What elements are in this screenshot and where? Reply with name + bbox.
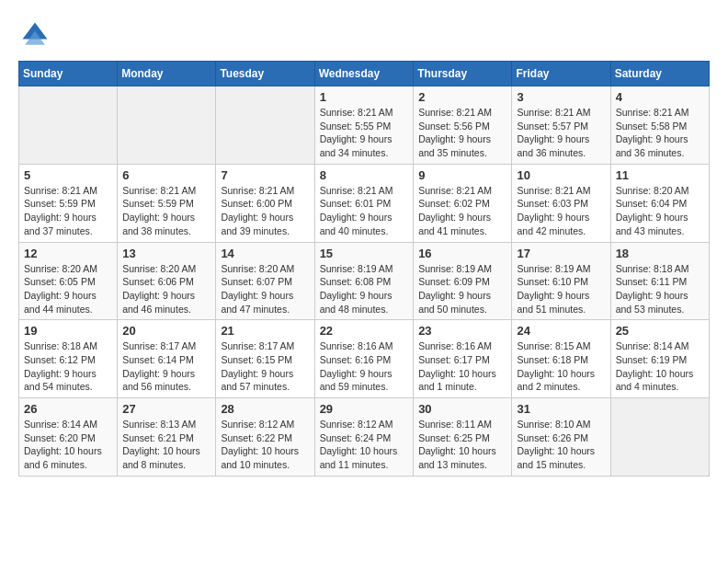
calendar-cell: 13Sunrise: 8:20 AM Sunset: 6:06 PM Dayli… [118, 242, 216, 320]
day-info: Sunrise: 8:21 AM Sunset: 6:02 PM Dayligh… [418, 184, 506, 238]
day-number: 25 [616, 324, 704, 338]
calendar-body: 1Sunrise: 8:21 AM Sunset: 5:55 PM Daylig… [19, 86, 710, 477]
calendar-cell: 30Sunrise: 8:11 AM Sunset: 6:25 PM Dayli… [414, 398, 512, 477]
day-info: Sunrise: 8:16 AM Sunset: 6:17 PM Dayligh… [418, 339, 506, 394]
calendar-cell: 29Sunrise: 8:12 AM Sunset: 6:24 PM Dayli… [314, 398, 414, 477]
calendar-cell: 1Sunrise: 8:21 AM Sunset: 5:55 PM Daylig… [314, 86, 414, 165]
day-info: Sunrise: 8:17 AM Sunset: 6:15 PM Dayligh… [221, 339, 309, 394]
calendar-cell: 2Sunrise: 8:21 AM Sunset: 5:56 PM Daylig… [414, 86, 512, 165]
day-info: Sunrise: 8:21 AM Sunset: 5:57 PM Dayligh… [517, 106, 605, 160]
weekday-header-friday: Friday [512, 62, 610, 86]
calendar-week-2: 5Sunrise: 8:21 AM Sunset: 5:59 PM Daylig… [19, 164, 710, 242]
day-number: 23 [418, 324, 506, 338]
day-number: 30 [418, 402, 506, 416]
calendar-header: SundayMondayTuesdayWednesdayThursdayFrid… [19, 62, 710, 86]
calendar-cell: 15Sunrise: 8:19 AM Sunset: 6:08 PM Dayli… [314, 242, 414, 320]
calendar-cell: 6Sunrise: 8:21 AM Sunset: 5:59 PM Daylig… [118, 164, 216, 242]
day-number: 1 [320, 90, 409, 104]
calendar-cell: 8Sunrise: 8:21 AM Sunset: 6:01 PM Daylig… [314, 164, 414, 242]
calendar-cell: 18Sunrise: 8:18 AM Sunset: 6:11 PM Dayli… [610, 242, 709, 320]
calendar-cell: 12Sunrise: 8:20 AM Sunset: 6:05 PM Dayli… [19, 242, 118, 320]
calendar-cell: 26Sunrise: 8:14 AM Sunset: 6:20 PM Dayli… [19, 398, 118, 477]
day-info: Sunrise: 8:20 AM Sunset: 6:06 PM Dayligh… [122, 262, 210, 316]
day-number: 21 [221, 324, 309, 338]
calendar-cell [610, 398, 709, 477]
calendar: SundayMondayTuesdayWednesdayThursdayFrid… [18, 61, 710, 477]
day-info: Sunrise: 8:20 AM Sunset: 6:07 PM Dayligh… [221, 262, 309, 316]
weekday-header-monday: Monday [118, 62, 216, 86]
day-number: 8 [320, 168, 409, 182]
calendar-cell: 9Sunrise: 8:21 AM Sunset: 6:02 PM Daylig… [414, 164, 512, 242]
day-number: 7 [221, 168, 309, 182]
day-info: Sunrise: 8:14 AM Sunset: 6:19 PM Dayligh… [616, 339, 704, 394]
day-number: 28 [221, 402, 309, 416]
calendar-cell: 28Sunrise: 8:12 AM Sunset: 6:22 PM Dayli… [216, 398, 314, 477]
day-info: Sunrise: 8:19 AM Sunset: 6:09 PM Dayligh… [418, 262, 506, 316]
day-number: 15 [320, 247, 409, 260]
day-number: 16 [418, 247, 506, 260]
day-info: Sunrise: 8:12 AM Sunset: 6:22 PM Dayligh… [221, 418, 309, 472]
day-info: Sunrise: 8:10 AM Sunset: 6:26 PM Dayligh… [517, 418, 605, 472]
calendar-cell: 22Sunrise: 8:16 AM Sunset: 6:16 PM Dayli… [314, 320, 414, 398]
day-number: 10 [517, 168, 605, 182]
calendar-cell [118, 86, 216, 165]
weekday-header-tuesday: Tuesday [216, 62, 314, 86]
day-number: 31 [517, 402, 605, 416]
weekday-header-wednesday: Wednesday [314, 62, 414, 86]
day-info: Sunrise: 8:21 AM Sunset: 6:00 PM Dayligh… [221, 184, 309, 238]
calendar-cell: 10Sunrise: 8:21 AM Sunset: 6:03 PM Dayli… [512, 164, 610, 242]
day-number: 19 [24, 324, 112, 338]
day-info: Sunrise: 8:21 AM Sunset: 6:03 PM Dayligh… [517, 184, 605, 238]
calendar-cell: 14Sunrise: 8:20 AM Sunset: 6:07 PM Dayli… [216, 242, 314, 320]
day-info: Sunrise: 8:20 AM Sunset: 6:04 PM Dayligh… [616, 184, 704, 238]
calendar-cell: 7Sunrise: 8:21 AM Sunset: 6:00 PM Daylig… [216, 164, 314, 242]
day-info: Sunrise: 8:21 AM Sunset: 5:56 PM Dayligh… [418, 106, 506, 160]
day-info: Sunrise: 8:13 AM Sunset: 6:21 PM Dayligh… [122, 418, 210, 472]
day-info: Sunrise: 8:20 AM Sunset: 6:05 PM Dayligh… [24, 262, 112, 316]
day-info: Sunrise: 8:14 AM Sunset: 6:20 PM Dayligh… [24, 418, 112, 472]
weekday-header-thursday: Thursday [414, 62, 512, 86]
day-number: 20 [122, 324, 210, 338]
calendar-cell [19, 86, 118, 165]
day-number: 9 [418, 168, 506, 182]
calendar-cell: 24Sunrise: 8:15 AM Sunset: 6:18 PM Dayli… [512, 320, 610, 398]
day-info: Sunrise: 8:21 AM Sunset: 5:59 PM Dayligh… [24, 184, 112, 238]
weekday-row: SundayMondayTuesdayWednesdayThursdayFrid… [19, 62, 710, 86]
calendar-cell: 23Sunrise: 8:16 AM Sunset: 6:17 PM Dayli… [414, 320, 512, 398]
day-info: Sunrise: 8:18 AM Sunset: 6:11 PM Dayligh… [616, 262, 704, 316]
day-info: Sunrise: 8:19 AM Sunset: 6:08 PM Dayligh… [320, 262, 409, 316]
day-number: 14 [221, 247, 309, 260]
day-number: 29 [320, 402, 409, 416]
calendar-cell: 4Sunrise: 8:21 AM Sunset: 5:58 PM Daylig… [610, 86, 709, 165]
calendar-cell: 5Sunrise: 8:21 AM Sunset: 5:59 PM Daylig… [19, 164, 118, 242]
day-info: Sunrise: 8:21 AM Sunset: 5:59 PM Dayligh… [122, 184, 210, 238]
day-number: 13 [122, 247, 210, 260]
weekday-header-sunday: Sunday [19, 62, 118, 86]
day-number: 11 [616, 168, 704, 182]
day-number: 17 [517, 247, 605, 260]
day-number: 26 [24, 402, 112, 416]
calendar-cell: 17Sunrise: 8:19 AM Sunset: 6:10 PM Dayli… [512, 242, 610, 320]
day-info: Sunrise: 8:21 AM Sunset: 6:01 PM Dayligh… [320, 184, 409, 238]
day-number: 27 [122, 402, 210, 416]
day-number: 2 [418, 90, 506, 104]
calendar-week-4: 19Sunrise: 8:18 AM Sunset: 6:12 PM Dayli… [19, 320, 710, 398]
day-info: Sunrise: 8:12 AM Sunset: 6:24 PM Dayligh… [320, 418, 409, 472]
day-number: 12 [24, 247, 112, 260]
day-info: Sunrise: 8:11 AM Sunset: 6:25 PM Dayligh… [418, 418, 506, 472]
day-number: 24 [517, 324, 605, 338]
day-number: 6 [122, 168, 210, 182]
weekday-header-saturday: Saturday [610, 62, 709, 86]
day-info: Sunrise: 8:16 AM Sunset: 6:16 PM Dayligh… [320, 339, 409, 394]
calendar-cell: 11Sunrise: 8:20 AM Sunset: 6:04 PM Dayli… [610, 164, 709, 242]
calendar-cell: 16Sunrise: 8:19 AM Sunset: 6:09 PM Dayli… [414, 242, 512, 320]
page-header [18, 18, 710, 52]
logo [18, 18, 57, 52]
calendar-cell: 19Sunrise: 8:18 AM Sunset: 6:12 PM Dayli… [19, 320, 118, 398]
calendar-cell: 27Sunrise: 8:13 AM Sunset: 6:21 PM Dayli… [118, 398, 216, 477]
day-number: 3 [517, 90, 605, 104]
day-number: 18 [616, 247, 704, 260]
logo-icon [18, 18, 51, 52]
day-number: 4 [616, 90, 704, 104]
day-info: Sunrise: 8:21 AM Sunset: 5:58 PM Dayligh… [616, 106, 704, 160]
